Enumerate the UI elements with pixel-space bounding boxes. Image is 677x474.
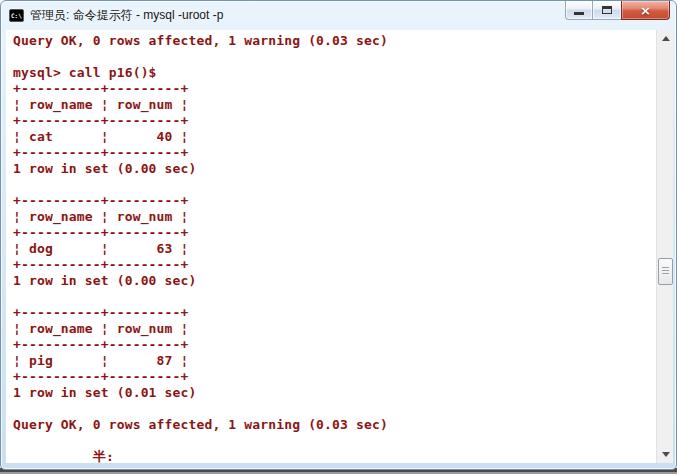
terminal-line: ¦ row_name ¦ row_num ¦ (13, 97, 656, 113)
terminal-line (13, 177, 656, 193)
vertical-scrollbar[interactable] (656, 30, 673, 463)
cursor: : (106, 449, 114, 463)
terminal-line: mysql> call p16()$ (13, 65, 656, 81)
scroll-down-button[interactable] (657, 446, 674, 463)
terminal-line: ¦ dog ¦ 63 ¦ (13, 241, 656, 257)
terminal-line: +----------+---------+ (13, 369, 656, 385)
minimize-icon (574, 12, 584, 15)
close-icon: × (640, 2, 651, 19)
terminal-line: 1 row in set (0.00 sec) (13, 161, 656, 177)
maximize-button[interactable] (593, 1, 621, 20)
terminal-line: +----------+---------+ (13, 81, 656, 97)
terminal-line: +----------+---------+ (13, 225, 656, 241)
terminal-line: +----------+---------+ (13, 113, 656, 129)
terminal-line: +----------+---------+ (13, 305, 656, 321)
terminal-line (13, 433, 656, 449)
terminal-line (13, 401, 656, 417)
terminal-line: +----------+---------+ (13, 145, 656, 161)
close-button[interactable]: × (621, 1, 670, 20)
terminal-lines: Query OK, 0 rows affected, 1 warning (0.… (13, 33, 656, 449)
cmd-window: C:\ 管理员: 命令提示符 - mysql -uroot -p × Query… (0, 0, 677, 470)
terminal-line: +----------+---------+ (13, 193, 656, 209)
terminal-line: ¦ row_name ¦ row_num ¦ (13, 321, 656, 337)
terminal-line (13, 289, 656, 305)
terminal-line (13, 49, 656, 65)
scroll-down-arrow-icon (662, 452, 670, 457)
terminal-line: Query OK, 0 rows affected, 1 warning (0.… (13, 417, 656, 433)
cmd-prompt-icon[interactable]: C:\ (9, 9, 24, 22)
console-client-area: Query OK, 0 rows affected, 1 warning (0.… (6, 30, 673, 463)
terminal-input-line: 半: (13, 449, 656, 463)
scroll-up-arrow-icon (662, 36, 670, 41)
scroll-up-button[interactable] (657, 30, 674, 47)
terminal-line: ¦ cat ¦ 40 ¦ (13, 129, 656, 145)
terminal-line: 1 row in set (0.01 sec) (13, 385, 656, 401)
terminal-line: +----------+---------+ (13, 257, 656, 273)
terminal-line: ¦ pig ¦ 87 ¦ (13, 353, 656, 369)
ime-composition-text: 半 (93, 449, 106, 463)
terminal-line: 1 row in set (0.00 sec) (13, 273, 656, 289)
scrollbar-thumb[interactable] (658, 258, 673, 285)
minimize-button[interactable] (565, 1, 593, 20)
window-title: 管理员: 命令提示符 - mysql -uroot -p (30, 7, 223, 24)
input-indent (13, 449, 93, 463)
terminal-line: ¦ row_name ¦ row_num ¦ (13, 209, 656, 225)
maximize-icon (602, 6, 612, 14)
terminal-text-area[interactable]: Query OK, 0 rows affected, 1 warning (0.… (6, 30, 656, 463)
terminal-line: Query OK, 0 rows affected, 1 warning (0.… (13, 33, 656, 49)
terminal-line: +----------+---------+ (13, 337, 656, 353)
window-controls: × (565, 1, 670, 20)
